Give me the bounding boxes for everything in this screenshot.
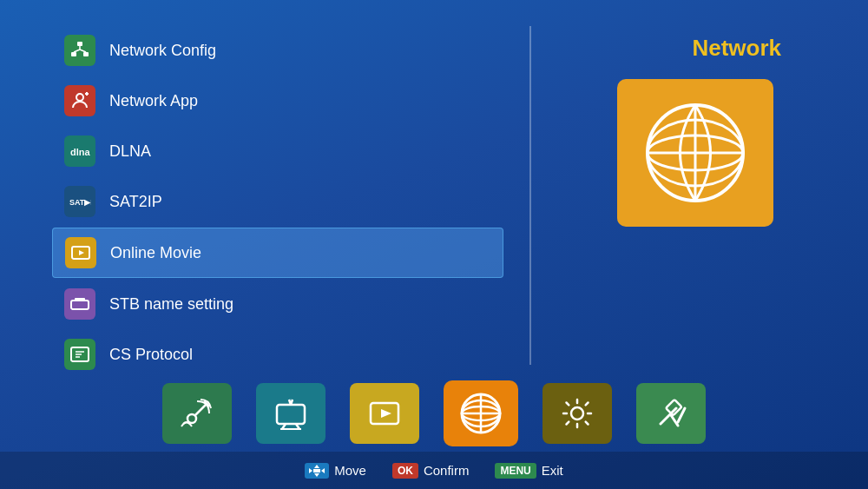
menu-label-cs-protocol: CS Protocol [109, 346, 193, 364]
svg-rect-13 [71, 301, 89, 309]
menu-item-network-app[interactable]: Network App [52, 76, 503, 125]
menu-label-sat2ip: SAT2IP [109, 193, 162, 211]
menu-icon-online-movie [65, 237, 96, 268]
exit-label: Exit [542, 463, 563, 478]
status-confirm: OK Confirm [392, 463, 470, 479]
menu-icon-cs-protocol [64, 339, 95, 370]
bottom-tabs-container [0, 373, 868, 452]
tab-media[interactable] [350, 383, 419, 444]
menu-icon-network-config [64, 35, 95, 66]
svg-marker-48 [314, 473, 319, 477]
svg-marker-47 [314, 465, 319, 468]
svg-marker-34 [381, 409, 391, 418]
menu-label-dlna: DLNA [109, 142, 151, 161]
divider [529, 26, 531, 365]
menu-label-stb-name: STB name setting [109, 295, 233, 314]
tab-network[interactable] [444, 380, 518, 446]
svg-rect-1 [71, 52, 76, 56]
right-panel: Network [557, 26, 833, 365]
svg-rect-42 [666, 400, 681, 415]
svg-marker-46 [321, 468, 325, 473]
move-label: Move [334, 463, 366, 478]
status-exit: MENU Exit [495, 463, 562, 479]
menu-item-sat2ip[interactable]: SAT▶IP SAT2IP [52, 177, 503, 226]
move-badge [305, 463, 329, 479]
status-move: Move [305, 463, 366, 479]
tab-tv[interactable] [256, 383, 326, 444]
tab-tools[interactable] [636, 383, 706, 444]
svg-text:SAT▶IP: SAT▶IP [69, 198, 91, 207]
menu-item-network-config[interactable]: Network Config [52, 26, 503, 75]
svg-rect-14 [75, 298, 85, 301]
svg-rect-0 [77, 42, 82, 46]
svg-rect-2 [83, 52, 89, 56]
menu-badge: MENU [495, 463, 536, 479]
menu-icon-sat2ip: SAT▶IP [64, 186, 95, 217]
svg-point-40 [571, 407, 583, 420]
ok-badge: OK [392, 463, 418, 479]
menu-panel: Network Config Network App [52, 26, 503, 365]
main-content: Network Config Network App [0, 0, 868, 373]
svg-line-44 [671, 415, 678, 426]
feature-icon-large [617, 79, 773, 227]
menu-label-network-config: Network Config [109, 42, 216, 60]
menu-label-online-movie: Online Movie [110, 244, 201, 262]
menu-item-cs-protocol[interactable]: CS Protocol [52, 330, 503, 379]
tab-satellite[interactable] [162, 383, 232, 444]
svg-marker-45 [309, 468, 312, 473]
status-bar: Move OK Confirm MENU Exit [0, 452, 868, 489]
menu-item-online-movie[interactable]: Online Movie [52, 228, 503, 278]
menu-icon-network-app [64, 85, 95, 116]
confirm-label: Confirm [424, 463, 470, 478]
svg-line-4 [74, 50, 80, 52]
menu-item-stb-name[interactable]: STB name setting [52, 280, 503, 328]
svg-point-6 [76, 94, 83, 101]
menu-icon-stb-name [64, 288, 95, 320]
svg-marker-12 [79, 250, 84, 255]
menu-item-dlna[interactable]: dlna DLNA [52, 127, 503, 175]
svg-text:dlna: dlna [70, 147, 90, 157]
svg-rect-27 [277, 405, 305, 424]
menu-label-network-app: Network App [109, 92, 198, 110]
svg-line-5 [80, 50, 86, 52]
section-title: Network [692, 35, 781, 62]
app-container: Network Config Network App [0, 0, 868, 489]
svg-rect-49 [313, 469, 320, 472]
tab-settings[interactable] [542, 383, 612, 444]
menu-icon-dlna: dlna [64, 135, 95, 167]
